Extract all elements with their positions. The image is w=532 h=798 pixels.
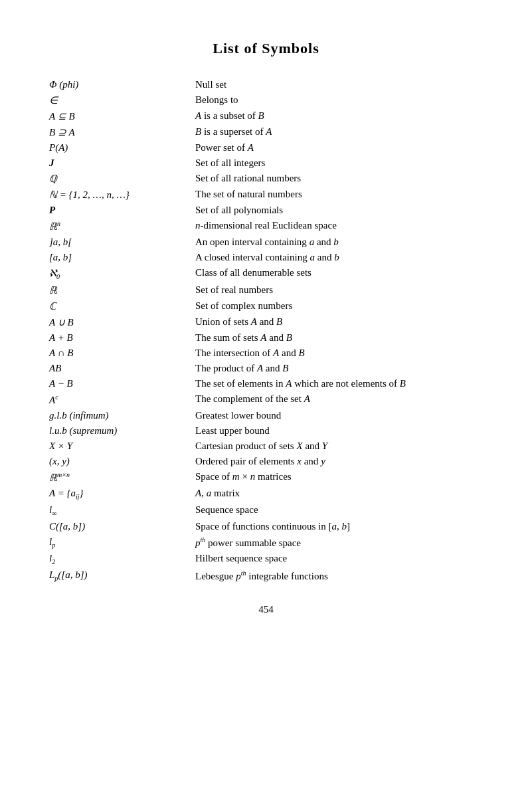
description-cell: Least upper bound [193, 423, 486, 439]
symbol-cell: g.l.b (infimum) [46, 408, 193, 423]
symbol-cell: (x, y) [46, 454, 193, 469]
symbol-cell: X × Y [46, 439, 193, 454]
description-cell: n-dimensional real Euclidean space [193, 218, 486, 235]
symbol-cell: A ⊆ B [46, 108, 193, 124]
description-cell: Greatest lower bound [193, 408, 486, 423]
description-cell: The product of A and B [193, 361, 486, 376]
table-row: lppth power summable space [46, 534, 486, 551]
table-row: A = {aij}A, a matrix [46, 486, 486, 502]
table-row: l.u.b (supremum)Least upper bound [46, 423, 486, 439]
description-cell: Set of all polynomials [193, 203, 486, 218]
symbol-cell: ℕ = {1, 2, …, n, …} [46, 187, 193, 203]
description-cell: pth power summable space [193, 534, 486, 551]
table-row: l2Hilbert sequence space [46, 551, 486, 567]
description-cell: Hilbert sequence space [193, 551, 486, 567]
table-row: AcThe complement of the set A [46, 391, 486, 408]
symbol-cell: Φ (phi) [46, 77, 193, 92]
description-cell: The set of natural numbers [193, 187, 486, 203]
symbol-cell: l∞ [46, 502, 193, 519]
table-row: JSet of all integers [46, 155, 486, 171]
table-row: ]a, b[An open interval containing a and … [46, 235, 486, 250]
description-cell: Lebesgue pth integrable functions [193, 567, 486, 584]
page-number: 454 [46, 604, 486, 615]
description-cell: Set of all integers [193, 155, 486, 171]
table-row: l∞Sequence space [46, 502, 486, 519]
symbol-cell: ]a, b[ [46, 235, 193, 250]
description-cell: A, a matrix [193, 486, 486, 502]
description-cell: A closed interval containing a and b [193, 250, 486, 265]
symbol-cell: ℝn [46, 218, 193, 235]
description-cell: Power set of A [193, 140, 486, 155]
symbol-cell: ℝm×n [46, 469, 193, 486]
description-cell: Sequence space [193, 502, 486, 519]
symbol-cell: ℚ [46, 171, 193, 187]
symbol-cell: A = {aij} [46, 486, 193, 502]
symbol-cell: B ⊇ A [46, 124, 193, 140]
description-cell: B is a superset of A [193, 124, 486, 140]
symbol-cell: J [46, 155, 193, 171]
table-row: A ∪ BUnion of sets A and B [46, 314, 486, 330]
symbol-cell: ∈ [46, 92, 193, 108]
table-row: (x, y)Ordered pair of elements x and y [46, 454, 486, 469]
symbol-cell: ℵ0 [46, 265, 193, 282]
table-row: ABThe product of A and B [46, 361, 486, 376]
table-row: [a, b]A closed interval containing a and… [46, 250, 486, 265]
symbol-cell: C([a, b]) [46, 519, 193, 534]
description-cell: An open interval containing a and b [193, 235, 486, 250]
description-cell: Belongs to [193, 92, 486, 108]
description-cell: The set of elements in A which are not e… [193, 376, 486, 391]
table-row: Lp([a, b])Lebesgue pth integrable functi… [46, 567, 486, 584]
table-row: PSet of all polynomials [46, 203, 486, 218]
symbol-cell: lp [46, 534, 193, 551]
symbol-cell: A + B [46, 330, 193, 346]
table-row: A − BThe set of elements in A which are … [46, 376, 486, 391]
symbols-table: Φ (phi)Null set∈Belongs toA ⊆ BA is a su… [46, 77, 486, 584]
symbol-cell: ℝ [46, 282, 193, 298]
description-cell: A is a subset of B [193, 108, 486, 124]
table-row: ℚSet of all rational numbers [46, 171, 486, 187]
symbol-cell: [a, b] [46, 250, 193, 265]
description-cell: Set of real numbers [193, 282, 486, 298]
table-row: A ⊆ BA is a subset of B [46, 108, 486, 124]
description-cell: Ordered pair of elements x and y [193, 454, 486, 469]
symbol-cell: P [46, 203, 193, 218]
symbol-cell: A ∪ B [46, 314, 193, 330]
table-row: ℵ0Class of all denumerable sets [46, 265, 486, 282]
description-cell: Union of sets A and B [193, 314, 486, 330]
description-cell: Class of all denumerable sets [193, 265, 486, 282]
description-cell: The intersection of A and B [193, 346, 486, 361]
table-row: X × YCartesian product of sets X and Y [46, 439, 486, 454]
table-row: ∈Belongs to [46, 92, 486, 108]
table-row: B ⊇ AB is a superset of A [46, 124, 486, 140]
table-row: A + BThe sum of sets A and B [46, 330, 486, 346]
symbol-cell: A − B [46, 376, 193, 391]
symbol-cell: AB [46, 361, 193, 376]
table-row: ℝSet of real numbers [46, 282, 486, 298]
description-cell: The sum of sets A and B [193, 330, 486, 346]
table-row: P(A)Power set of A [46, 140, 486, 155]
table-row: ℂSet of complex numbers [46, 298, 486, 314]
symbol-cell: l2 [46, 551, 193, 567]
symbol-cell: P(A) [46, 140, 193, 155]
symbol-cell: l.u.b (supremum) [46, 423, 193, 439]
table-row: Φ (phi)Null set [46, 77, 486, 92]
table-row: ℝnn-dimensional real Euclidean space [46, 218, 486, 235]
table-row: ℕ = {1, 2, …, n, …}The set of natural nu… [46, 187, 486, 203]
description-cell: Null set [193, 77, 486, 92]
page: List of Symbols Φ (phi)Null set∈Belongs … [0, 0, 532, 798]
description-cell: Set of all rational numbers [193, 171, 486, 187]
symbol-cell: Lp([a, b]) [46, 567, 193, 584]
symbol-cell: Ac [46, 391, 193, 408]
table-row: A ∩ BThe intersection of A and B [46, 346, 486, 361]
table-row: ℝm×nSpace of m × n matrices [46, 469, 486, 486]
description-cell: Set of complex numbers [193, 298, 486, 314]
description-cell: Space of m × n matrices [193, 469, 486, 486]
symbol-cell: A ∩ B [46, 346, 193, 361]
table-row: g.l.b (infimum)Greatest lower bound [46, 408, 486, 423]
symbol-cell: ℂ [46, 298, 193, 314]
description-cell: Space of functions continuous in [a, b] [193, 519, 486, 534]
table-row: C([a, b])Space of functions continuous i… [46, 519, 486, 534]
description-cell: Cartesian product of sets X and Y [193, 439, 486, 454]
page-title: List of Symbols [46, 40, 486, 57]
description-cell: The complement of the set A [193, 391, 486, 408]
